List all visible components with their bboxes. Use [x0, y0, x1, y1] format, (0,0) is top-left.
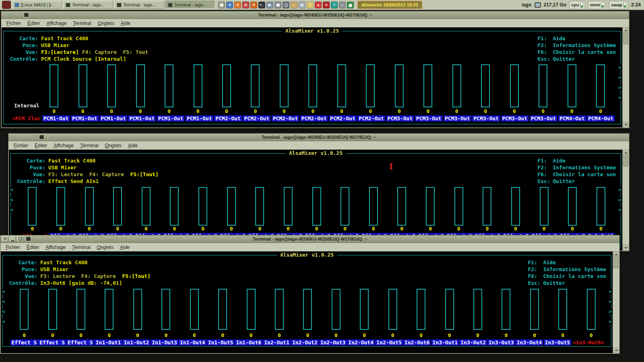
- volume-bar[interactable]: [369, 187, 378, 226]
- volume-bar[interactable]: [540, 187, 549, 226]
- volume-bar[interactable]: [388, 289, 397, 330]
- volume-bar[interactable]: [303, 289, 312, 330]
- tray-chart-icon[interactable]: ▅: [347, 2, 354, 8]
- tray-keyboard-icon[interactable]: ▦: [275, 2, 281, 8]
- volume-bar[interactable]: [105, 289, 114, 330]
- taskbar-button-linux-mao[interactable]: [Linux MAO] | [r...: [12, 1, 62, 9]
- memory-monitor[interactable]: mem: [588, 1, 607, 9]
- volume-bar[interactable]: [502, 289, 510, 330]
- volume-bar[interactable]: [312, 187, 321, 226]
- control-name[interactable]: In2-Out6: [403, 339, 431, 346]
- volume-bar[interactable]: [48, 289, 57, 330]
- volume-bar[interactable]: [568, 187, 577, 226]
- control-name[interactable]: PCM1-Out: [99, 115, 127, 121]
- control-name[interactable]: Effect S: [10, 339, 38, 346]
- control-name[interactable]: In3-Out2: [459, 339, 487, 346]
- control-name[interactable]: PCM1-Out: [157, 115, 185, 121]
- cpu-monitor[interactable]: cpu: [569, 1, 585, 9]
- maximize-button[interactable]: ❏: [17, 236, 23, 242]
- terminal-scrollbar[interactable]: [622, 150, 629, 251]
- volume-bar[interactable]: [597, 187, 605, 226]
- terminal-screen[interactable]: AlsaMixer v1.0.25 Carte:Fast Track C400 …: [1, 251, 613, 353]
- menubar-item[interactable]: Éditer: [23, 244, 42, 251]
- control-name[interactable]: PCM3-Out: [530, 115, 557, 121]
- volume-bar[interactable]: [341, 187, 349, 226]
- volume-bar[interactable]: [56, 187, 65, 226]
- tray-letter-a-icon[interactable]: A: [323, 2, 330, 8]
- volume-bar[interactable]: [423, 64, 432, 107]
- control-name[interactable]: PCM3-Out: [386, 115, 414, 121]
- tray-chat-icon[interactable]: ●: [226, 2, 233, 8]
- window-titlebar[interactable]: × ▁ ❏ Terminal - iago@iago-W240EU-W250EU…: [0, 235, 619, 243]
- control-name[interactable]: In2-Out5: [375, 339, 403, 346]
- control-name[interactable]: PCM4-Out: [587, 115, 615, 121]
- control-name[interactable]: PCM2-Out: [243, 115, 270, 121]
- menubar-item[interactable]: Éditer: [24, 20, 43, 27]
- terminal-scrollbar[interactable]: [613, 251, 619, 353]
- volume-bar[interactable]: [136, 64, 145, 107]
- volume-bar[interactable]: [218, 289, 227, 330]
- control-name[interactable]: PCM1-Out: [186, 115, 213, 121]
- volume-bar[interactable]: [78, 64, 87, 107]
- volume-bar[interactable]: [194, 64, 202, 107]
- tray-mail-icon[interactable]: @: [242, 2, 249, 8]
- menubar-item[interactable]: Onglets: [94, 244, 117, 251]
- volume-bar[interactable]: [107, 64, 116, 107]
- control-name[interactable]: Effect S: [38, 339, 66, 346]
- volume-bar[interactable]: [222, 64, 231, 107]
- control-name[interactable]: PCM4-Out: [558, 115, 586, 121]
- control-name[interactable]: PCM1-Out: [71, 115, 99, 121]
- tray-media-icon[interactable]: ▶: [266, 2, 273, 8]
- volume-bar[interactable]: [280, 64, 289, 107]
- control-name[interactable]: <In3-Out6>: [572, 339, 605, 346]
- clock-button[interactable]: dimanche 18/08/2013 18:33: [357, 1, 422, 9]
- control-name[interactable]: PCM1-Out: [128, 115, 156, 121]
- volume-bar[interactable]: [426, 187, 435, 226]
- volume-bar[interactable]: [50, 64, 58, 107]
- menubar-item[interactable]: Terminal: [77, 142, 101, 149]
- control-name[interactable]: Effect S: [66, 339, 94, 346]
- control-name[interactable]: In3-Out5: [544, 339, 572, 346]
- menubar-item[interactable]: Onglets: [102, 142, 125, 149]
- control-name[interactable]: <PCM Cloc: [11, 115, 41, 121]
- control-name[interactable]: In1-Out1: [95, 339, 122, 346]
- menubar-item[interactable]: Fichier: [3, 20, 24, 27]
- control-name[interactable]: In2-Out3: [319, 339, 347, 346]
- menubar-item[interactable]: Aide: [117, 244, 133, 251]
- menubar-item[interactable]: Onglets: [95, 20, 118, 27]
- volume-bar[interactable]: [417, 289, 425, 330]
- volume-bar[interactable]: [332, 289, 341, 330]
- control-name[interactable]: PCM3-Out: [501, 115, 529, 121]
- volume-bar[interactable]: [366, 64, 375, 107]
- control-name[interactable]: In3-Out1: [431, 339, 459, 346]
- minimize-button[interactable]: ▁: [10, 236, 16, 242]
- volume-bar[interactable]: [473, 289, 482, 330]
- volume-bar[interactable]: [76, 289, 85, 330]
- terminal-screen[interactable]: AlsaMixer v1.0.25 Carte:Fast Track C400 …: [2, 27, 622, 128]
- volume-bar[interactable]: [190, 289, 199, 330]
- volume-bar[interactable]: [198, 187, 207, 226]
- volume-bar[interactable]: [275, 289, 284, 330]
- volume-bar[interactable]: [587, 289, 596, 330]
- tray-display-icon[interactable]: ▢: [283, 2, 289, 8]
- scroll-down-button[interactable]: [623, 122, 629, 128]
- taskbar-button-terminal-1[interactable]: Terminal - iago...: [63, 1, 113, 9]
- volume-bar[interactable]: [481, 64, 490, 107]
- scroll-up-button[interactable]: [623, 27, 629, 33]
- control-name[interactable]: In3-Out4: [516, 339, 543, 346]
- scroll-thumb[interactable]: [623, 33, 628, 44]
- tray-notes-icon[interactable]: ▤: [218, 2, 225, 8]
- control-name[interactable]: In1-Out2: [122, 339, 150, 346]
- tray-network-icon[interactable]: ↕: [291, 2, 297, 8]
- volume-bar[interactable]: [113, 187, 122, 226]
- volume-bar[interactable]: [85, 187, 94, 226]
- display-icon[interactable]: [535, 2, 541, 8]
- menubar-item[interactable]: Terminal: [70, 20, 94, 27]
- taskbar-button-terminal-3[interactable]: Terminal - iago...: [165, 1, 215, 9]
- swap-monitor[interactable]: swap: [609, 1, 628, 9]
- volume-bar[interactable]: [452, 64, 461, 107]
- scroll-up-button[interactable]: [623, 150, 629, 155]
- scroll-down-button[interactable]: [623, 245, 629, 251]
- menubar-item[interactable]: Aide: [125, 142, 141, 149]
- volume-bar[interactable]: [454, 187, 463, 226]
